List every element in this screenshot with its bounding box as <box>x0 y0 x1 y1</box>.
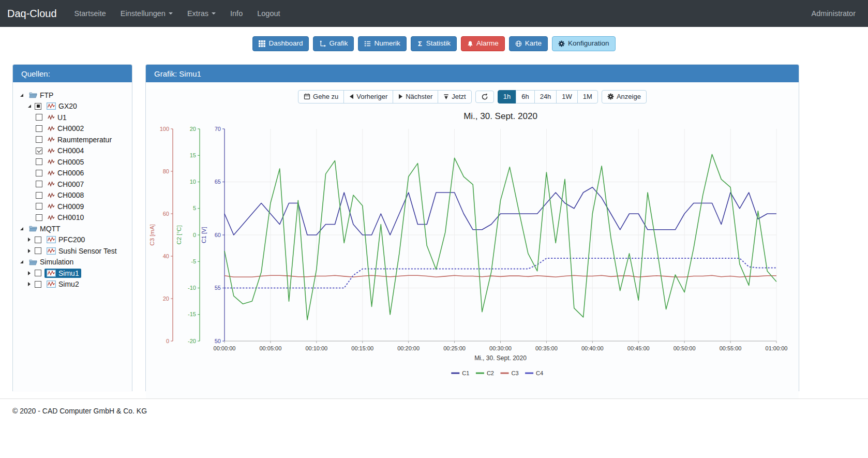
y-tick-label-C3: 60 <box>163 211 169 217</box>
view-button-dashboard[interactable]: Dashboard <box>252 36 309 51</box>
node-label-mqtt[interactable]: MQTT <box>27 224 63 233</box>
tree-node-ch0007[interactable]: CH0007 <box>17 179 129 190</box>
tree-node-simu2[interactable]: Simu2 <box>17 279 129 290</box>
node-label-ch0004[interactable]: CH0004 <box>46 146 86 155</box>
tree-node-ch0002[interactable]: CH0002 <box>17 123 129 135</box>
node-checkbox-simu1[interactable] <box>35 270 41 276</box>
sigma-icon: Σ <box>417 40 423 47</box>
node-label-ch0009[interactable]: CH0009 <box>46 202 86 211</box>
node-checkbox-ch0006[interactable] <box>36 170 42 176</box>
tree-node-pfc200[interactable]: PFC200 <box>17 234 129 246</box>
node-label-ch0008[interactable]: CH0008 <box>46 190 86 200</box>
node-label-simu2[interactable]: Simu2 <box>44 279 81 289</box>
display-settings-button[interactable]: Anzeige <box>602 90 647 104</box>
tree-node-sushi-sensor-test[interactable]: Sushi Sensor Test <box>17 245 129 257</box>
expand-arrow-icon[interactable] <box>28 249 35 253</box>
timeseries-chart[interactable]: 00:00:0000:05:0000:10:0000:15:0000:20:00… <box>146 106 800 382</box>
tree-node-ch0006[interactable]: CH0006 <box>17 168 129 179</box>
node-label-ch0005[interactable]: CH0005 <box>46 157 86 167</box>
brand-logo[interactable]: Daq-Cloud <box>7 8 57 20</box>
wave-icon <box>48 181 55 187</box>
node-checkbox-ch0010[interactable] <box>36 214 42 221</box>
node-label-gx20[interactable]: GX20 <box>44 101 79 111</box>
tree-node-mqtt[interactable]: MQTT <box>17 223 129 234</box>
node-label-raumtemperatur[interactable]: Raumtemperatur <box>46 135 114 144</box>
range-button-6h[interactable]: 6h <box>516 90 534 104</box>
collapse-arrow-icon[interactable] <box>20 94 27 97</box>
previous-button[interactable]: Vorheriger <box>343 90 393 104</box>
nav-item-startseite[interactable]: Startseite <box>74 9 106 18</box>
range-button-24h[interactable]: 24h <box>534 90 557 104</box>
tree-node-ch0008[interactable]: CH0008 <box>17 190 129 201</box>
view-button-numerik[interactable]: Numerik <box>358 36 406 51</box>
now-button[interactable]: Jetzt <box>438 90 471 104</box>
view-button-konfiguration[interactable]: Konfiguration <box>552 36 616 51</box>
expand-arrow-icon[interactable] <box>28 271 35 275</box>
chart-axes-icon <box>319 40 326 47</box>
copyright-text: © 2020 - CAD Computer GmbH & Co. KG <box>12 407 147 415</box>
node-checkbox-ch0007[interactable] <box>36 181 42 187</box>
tree-node-ch0005[interactable]: CH0005 <box>17 156 129 168</box>
y-tick-label-C2: -5 <box>191 258 196 264</box>
node-label-ch0007[interactable]: CH0007 <box>46 180 86 189</box>
refresh-button[interactable] <box>475 91 494 103</box>
node-checkbox-sushi-sensor-test[interactable] <box>35 247 41 254</box>
node-checkbox-gx20[interactable] <box>35 103 41 110</box>
folder-icon <box>29 92 37 98</box>
range-button-1m[interactable]: 1M <box>577 90 598 104</box>
nav-item-extras[interactable]: Extras <box>187 9 216 18</box>
node-label-ftp[interactable]: FTP <box>27 91 55 100</box>
node-checkbox-ch0002[interactable] <box>36 125 42 132</box>
x-tick-label: 00:30:00 <box>489 345 512 351</box>
tree-node-ch0004[interactable]: CH0004 <box>17 145 129 157</box>
view-button-grafik[interactable]: Grafik <box>313 36 354 51</box>
node-checkbox-pfc200[interactable] <box>35 237 41 243</box>
y-axis-title-C1: C1 [V] <box>201 227 207 243</box>
expand-arrow-icon[interactable] <box>28 238 35 242</box>
node-label-sushi-sensor-test[interactable]: Sushi Sensor Test <box>44 246 119 256</box>
tree-node-u1[interactable]: U1 <box>17 112 129 123</box>
node-checkbox-u1[interactable] <box>36 114 42 121</box>
y-tick-label-C2: 15 <box>190 152 196 158</box>
y-tick-label-C2: 10 <box>190 179 196 185</box>
expand-arrow-icon[interactable] <box>28 282 35 286</box>
range-button-1w[interactable]: 1W <box>556 90 578 104</box>
node-checkbox-ch0009[interactable] <box>36 203 42 210</box>
node-checkbox-raumtemperatur[interactable] <box>36 136 42 143</box>
tree-node-ch0010[interactable]: CH0010 <box>17 212 129 224</box>
node-checkbox-simu2[interactable] <box>35 281 41 288</box>
nav-item-logout[interactable]: Logout <box>257 9 280 18</box>
range-button-1h[interactable]: 1h <box>498 90 516 104</box>
node-label-ch0002[interactable]: CH0002 <box>46 124 86 133</box>
next-button[interactable]: Nächster <box>393 90 438 104</box>
node-label-simulation[interactable]: Simulation <box>27 257 76 267</box>
view-button-label: Numerik <box>374 39 400 48</box>
tree-node-simulation[interactable]: Simulation <box>17 257 129 268</box>
collapse-arrow-icon[interactable] <box>20 260 27 263</box>
nav-item-einstellungen[interactable]: Einstellungen <box>121 9 173 18</box>
y-axis-title-C3: C3 [mA] <box>149 224 155 246</box>
collapse-arrow-icon[interactable] <box>28 105 35 108</box>
view-button-statistik[interactable]: ΣStatistik <box>411 36 457 51</box>
node-label-simu1[interactable]: Simu1 <box>44 269 81 278</box>
user-label[interactable]: Administrator <box>812 9 856 18</box>
tree-node-ftp[interactable]: FTP <box>17 90 129 101</box>
node-label-ch0010[interactable]: CH0010 <box>46 213 86 222</box>
view-button-karte[interactable]: Karte <box>509 36 548 51</box>
node-label-pfc200[interactable]: PFC200 <box>44 235 87 244</box>
tree-node-raumtemperatur[interactable]: Raumtemperatur <box>17 134 129 145</box>
tree-node-ch0009[interactable]: CH0009 <box>17 201 129 212</box>
legend-label-C1: C1 <box>462 370 469 376</box>
tree-node-gx20[interactable]: GX20 <box>17 101 129 112</box>
view-button-label: Dashboard <box>268 39 303 48</box>
nav-item-info[interactable]: Info <box>230 9 243 18</box>
tree-node-simu1[interactable]: Simu1 <box>17 268 129 279</box>
view-button-alarme[interactable]: Alarme <box>461 36 505 51</box>
node-checkbox-ch0008[interactable] <box>36 192 42 199</box>
node-label-u1[interactable]: U1 <box>46 113 69 122</box>
node-checkbox-ch0004[interactable] <box>36 147 42 154</box>
goto-button[interactable]: Gehe zu <box>298 90 344 104</box>
collapse-arrow-icon[interactable] <box>20 227 27 230</box>
node-checkbox-ch0005[interactable] <box>36 158 42 165</box>
node-label-ch0006[interactable]: CH0006 <box>46 168 86 178</box>
